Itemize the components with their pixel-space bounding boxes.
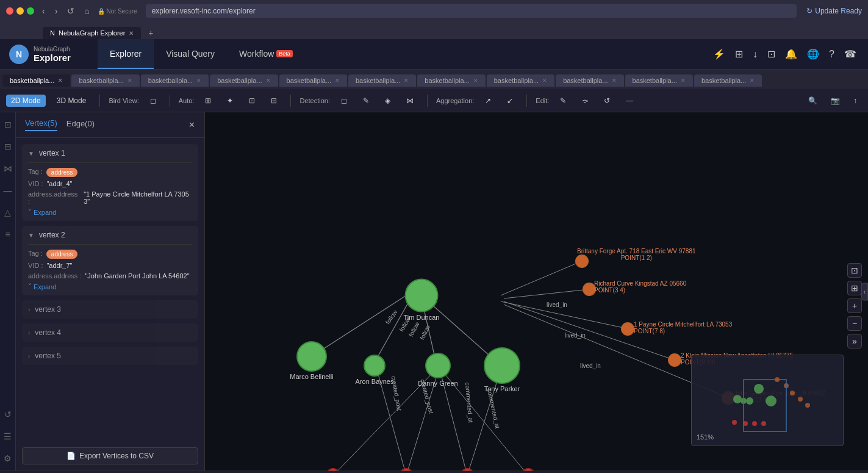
sidebar-icon-settings[interactable]: ⚙	[1, 451, 14, 466]
content-tab-7[interactable]: basketballpla... ✕	[487, 74, 554, 87]
close-dot[interactable]	[6, 7, 13, 15]
bird-view-toggle[interactable]: ◻	[145, 95, 161, 107]
mode-3d-button[interactable]: 3D Mode	[52, 95, 91, 107]
user-icon-button[interactable]: ☎	[842, 46, 859, 62]
close-tab-7[interactable]: ✕	[542, 78, 547, 84]
content-tab-1[interactable]: basketballpla... ✕	[71, 74, 139, 87]
close-tab-6[interactable]: ✕	[473, 78, 478, 84]
auto-btn-2[interactable]: ✦	[222, 95, 238, 107]
close-tab-3[interactable]: ✕	[266, 78, 271, 84]
edit-btn-1[interactable]: ✎	[555, 95, 571, 107]
node-addr3[interactable]	[621, 322, 634, 336]
sidebar-icon-stats[interactable]: ≡	[2, 227, 12, 242]
content-tab-3[interactable]: basketballpla... ✕	[210, 74, 278, 87]
nav-tab-visual-query[interactable]: Visual Query	[154, 39, 227, 69]
close-tab-5[interactable]: ✕	[404, 78, 409, 84]
sidebar-icon-list[interactable]: ☰	[1, 429, 14, 444]
content-tab-8[interactable]: basketballpla... ✕	[556, 74, 623, 87]
forward-button[interactable]: ›	[52, 5, 61, 17]
node-post4[interactable]: I can swim	[521, 468, 536, 471]
home-button[interactable]: ⌂	[81, 5, 92, 17]
new-tab-button[interactable]: +	[143, 27, 158, 39]
vertex-3-header[interactable]: › vertex 3	[28, 305, 192, 314]
mode-2d-button[interactable]: 2D Mode	[6, 95, 46, 107]
node-tony-parker[interactable]: Tony Parker	[484, 347, 520, 384]
content-tab-10[interactable]: basketballpla... ✕	[694, 74, 762, 87]
expand-all-btn[interactable]: »	[847, 334, 862, 348]
node-post2[interactable]: a beautify flower	[399, 468, 414, 471]
sidebar-icon-link[interactable]: —	[1, 183, 15, 198]
import-icon-button[interactable]: ⊞	[733, 46, 745, 62]
sidebar-icon-filter[interactable]: ⊟	[2, 139, 14, 154]
close-tab-10[interactable]: ✕	[750, 78, 755, 84]
edit-btn-2[interactable]: ⤼	[577, 95, 593, 107]
close-tab-9[interactable]: ✕	[681, 78, 686, 84]
content-tab-6[interactable]: basketballpla... ✕	[417, 74, 485, 87]
settings-icon-button[interactable]: ⊡	[765, 46, 778, 62]
search-graph-button[interactable]: 🔍	[803, 95, 822, 107]
content-tab-0[interactable]: basketballpla... ✕	[2, 74, 70, 87]
panel-tab-vertex[interactable]: Vertex(5)	[25, 118, 57, 131]
nav-tab-workflow[interactable]: Workflow Beta	[227, 39, 305, 69]
schema-icon-button[interactable]: ⚡	[711, 46, 728, 62]
sidebar-icon-history[interactable]: ↺	[2, 407, 14, 422]
back-button[interactable]: ‹	[39, 5, 48, 17]
panel-close-button[interactable]: ✕	[188, 120, 195, 129]
vertex-1-header[interactable]: ▼ vertex 1	[28, 149, 192, 157]
detection-btn-2[interactable]: ✎	[358, 95, 374, 107]
minimize-dot[interactable]	[16, 7, 24, 15]
node-tim-duncan[interactable]: Tim Duncan	[405, 279, 439, 312]
address-bar[interactable]: explorer.vesoft-inc.com/explorer	[146, 4, 797, 18]
detection-btn-4[interactable]: ⋈	[401, 95, 418, 107]
language-icon-button[interactable]: 🌐	[805, 46, 822, 62]
auto-btn-4[interactable]: ⊟	[266, 95, 282, 107]
node-marco-belinelli[interactable]: Marco Belinelli	[296, 341, 327, 372]
detection-btn-1[interactable]: ◻	[336, 95, 352, 107]
content-tab-4[interactable]: basketballpla... ✕	[279, 74, 347, 87]
notification-icon-button[interactable]: 🔔	[783, 46, 800, 62]
auto-btn-3[interactable]: ⊡	[244, 95, 260, 107]
node-aron-baynes[interactable]: Aron Baynes	[364, 355, 386, 377]
edit-btn-4[interactable]: —	[621, 95, 638, 107]
zoom-out-btn[interactable]: −	[847, 316, 862, 331]
sidebar-icon-nodes[interactable]: ⊡	[2, 117, 14, 132]
close-tab-0[interactable]: ✕	[58, 78, 63, 84]
browser-tab[interactable]: N NebulaGraph Explorer ✕	[43, 27, 141, 39]
detection-btn-3[interactable]: ◈	[380, 95, 395, 107]
panel-tab-edge[interactable]: Edge(0)	[66, 119, 95, 131]
vertex-4-header[interactable]: › vertex 4	[28, 328, 192, 337]
sidebar-icon-share[interactable]: ⋈	[1, 161, 15, 176]
export-csv-button[interactable]: 📄 Export Vertices to CSV	[22, 447, 198, 464]
export-icon-button[interactable]: ↓	[750, 46, 760, 62]
layout-btn[interactable]: ⊡	[847, 263, 862, 278]
graph-canvas[interactable]: Tim Duncan Tony Parker Danny Green Marco…	[205, 112, 868, 471]
right-collapse-handle[interactable]: ‹	[861, 283, 868, 300]
nav-tab-explorer[interactable]: Explorer	[98, 39, 154, 69]
aggregation-btn-1[interactable]: ↗	[480, 95, 496, 107]
vertex-1-expand[interactable]: ˅ Expand	[28, 208, 192, 216]
share-button[interactable]: ↑	[848, 95, 862, 107]
fit-btn[interactable]: ⊞	[847, 281, 862, 295]
maximize-dot[interactable]	[27, 7, 34, 15]
node-post1[interactable]: my best friend, tom	[326, 468, 340, 471]
edit-btn-3[interactable]: ↺	[599, 95, 615, 107]
vertex-2-header[interactable]: ▼ vertex 2	[28, 231, 192, 239]
content-tab-2[interactable]: basketballpla... ✕	[141, 74, 209, 87]
node-post3[interactable]: Let's have a party!	[460, 468, 475, 471]
content-tab-5[interactable]: basketballpla... ✕	[348, 74, 416, 87]
close-tab-1[interactable]: ✕	[127, 78, 132, 84]
help-icon-button[interactable]: ?	[827, 46, 837, 62]
zoom-in-btn[interactable]: +	[847, 298, 862, 313]
close-tab-2[interactable]: ✕	[196, 78, 201, 84]
close-tab-4[interactable]: ✕	[335, 78, 340, 84]
vertex-5-header[interactable]: › vertex 5	[28, 352, 192, 360]
content-tab-9[interactable]: basketballpla... ✕	[625, 74, 693, 87]
node-danny-green[interactable]: Danny Green	[425, 353, 451, 378]
vertex-2-expand[interactable]: ˅ Expand	[28, 283, 192, 291]
camera-button[interactable]: 📷	[826, 95, 845, 107]
browser-tab-close[interactable]: ✕	[129, 30, 134, 37]
refresh-button[interactable]: ↺	[64, 5, 77, 17]
aggregation-btn-2[interactable]: ↙	[502, 95, 518, 107]
close-tab-8[interactable]: ✕	[612, 78, 617, 84]
sidebar-icon-graph[interactable]: △	[2, 205, 13, 220]
